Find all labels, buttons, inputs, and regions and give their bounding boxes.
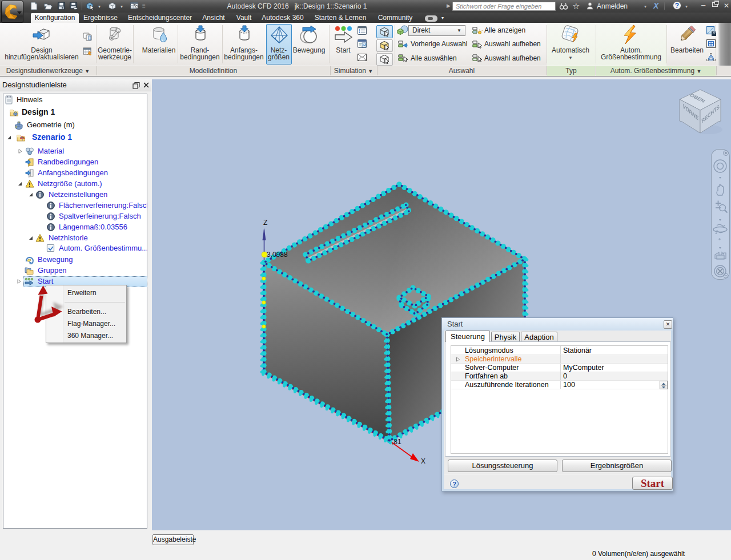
svg-text:X: X — [421, 457, 425, 465]
svg-text:,81: ,81 — [392, 438, 401, 446]
svg-text:3,0988: 3,0988 — [267, 251, 288, 259]
svg-text:Z: Z — [263, 219, 267, 227]
